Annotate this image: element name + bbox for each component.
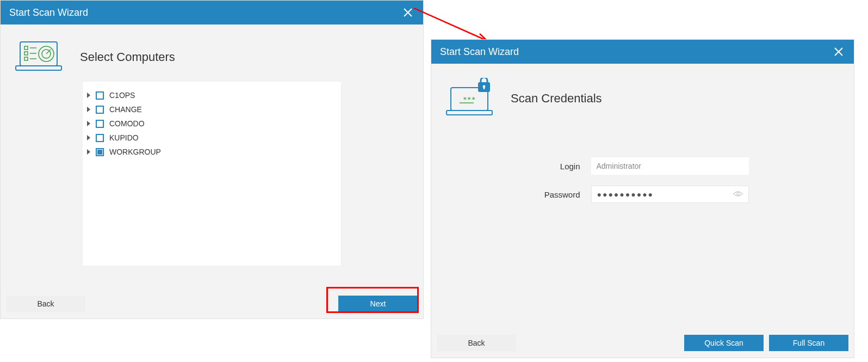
svg-point-18 bbox=[736, 193, 739, 195]
tree-item-label: C1OPS bbox=[109, 91, 135, 100]
close-icon[interactable] bbox=[401, 6, 414, 19]
svg-rect-1 bbox=[16, 66, 61, 70]
password-field[interactable]: ●●●●●●●●●● bbox=[591, 186, 749, 203]
full-scan-button[interactable]: Full Scan bbox=[769, 335, 848, 351]
svg-rect-4 bbox=[24, 57, 28, 60]
form-row-login: Login Administrator bbox=[431, 157, 854, 175]
checkbox-indeterminate[interactable] bbox=[96, 148, 104, 156]
login-field[interactable]: Administrator bbox=[591, 157, 749, 175]
titlebar: Start Scan Wizard bbox=[431, 40, 854, 64]
footer: Back Next bbox=[1, 289, 423, 318]
wizard-dialog-select-computers: Start Scan Wizard Select Computers bbox=[0, 0, 424, 319]
password-value: ●●●●●●●●●● bbox=[597, 190, 654, 199]
tree-item-label: WORKGROUP bbox=[109, 148, 161, 156]
body-area: C1OPS CHANGE COMODO KUPIDO WORKGROUP bbox=[1, 81, 423, 289]
wizard-dialog-scan-credentials: Start Scan Wizard *** Scan Credentials L… bbox=[431, 39, 854, 358]
dialog-title: Start Scan Wizard bbox=[440, 46, 832, 58]
footer: Back Quick Scan Full Scan bbox=[431, 328, 854, 358]
tree-item[interactable]: WORKGROUP bbox=[87, 145, 337, 159]
caret-right-icon[interactable] bbox=[87, 93, 90, 98]
page-title: Select Computers bbox=[80, 50, 175, 64]
close-icon[interactable] bbox=[832, 45, 845, 58]
checkbox[interactable] bbox=[96, 134, 104, 142]
svg-rect-12 bbox=[447, 111, 492, 115]
titlebar: Start Scan Wizard bbox=[1, 1, 423, 24]
quick-scan-button[interactable]: Quick Scan bbox=[684, 335, 764, 351]
back-button[interactable]: Back bbox=[437, 335, 516, 351]
password-label: Password bbox=[537, 190, 580, 199]
page-heading-row: Select Computers bbox=[1, 24, 423, 81]
tree-item[interactable]: COMODO bbox=[87, 116, 337, 131]
svg-rect-2 bbox=[24, 46, 28, 50]
checkbox[interactable] bbox=[96, 106, 104, 114]
caret-right-icon[interactable] bbox=[87, 107, 90, 112]
tree-item[interactable]: CHANGE bbox=[87, 102, 337, 116]
computer-tree: C1OPS CHANGE COMODO KUPIDO WORKGROUP bbox=[82, 81, 342, 266]
svg-text:***: *** bbox=[463, 95, 475, 103]
page-title: Scan Credentials bbox=[511, 91, 602, 106]
tree-item[interactable]: KUPIDO bbox=[87, 131, 337, 145]
caret-right-icon[interactable] bbox=[87, 149, 90, 155]
tree-item-label: CHANGE bbox=[109, 105, 142, 114]
caret-right-icon[interactable] bbox=[87, 135, 90, 140]
tree-item[interactable]: C1OPS bbox=[87, 88, 337, 102]
svg-rect-17 bbox=[483, 87, 485, 89]
back-button[interactable]: Back bbox=[6, 296, 85, 312]
tree-item-label: KUPIDO bbox=[109, 133, 139, 142]
next-button[interactable]: Next bbox=[338, 296, 418, 312]
dialog-title: Start Scan Wizard bbox=[9, 7, 401, 19]
form-row-password: Password ●●●●●●●●●● bbox=[431, 186, 854, 203]
checkbox[interactable] bbox=[96, 120, 104, 128]
checkbox[interactable] bbox=[96, 91, 104, 100]
tree-item-label: COMODO bbox=[109, 119, 145, 128]
eye-icon[interactable] bbox=[733, 190, 743, 199]
laptop-lock-icon: *** bbox=[443, 78, 495, 119]
caret-right-icon[interactable] bbox=[87, 121, 90, 126]
page-heading-row: *** Scan Credentials bbox=[431, 64, 854, 125]
login-label: Login bbox=[537, 162, 580, 171]
svg-rect-3 bbox=[24, 52, 28, 55]
credentials-form: Login Administrator Password ●●●●●●●●●● bbox=[431, 125, 854, 214]
laptop-scan-icon bbox=[13, 39, 65, 76]
